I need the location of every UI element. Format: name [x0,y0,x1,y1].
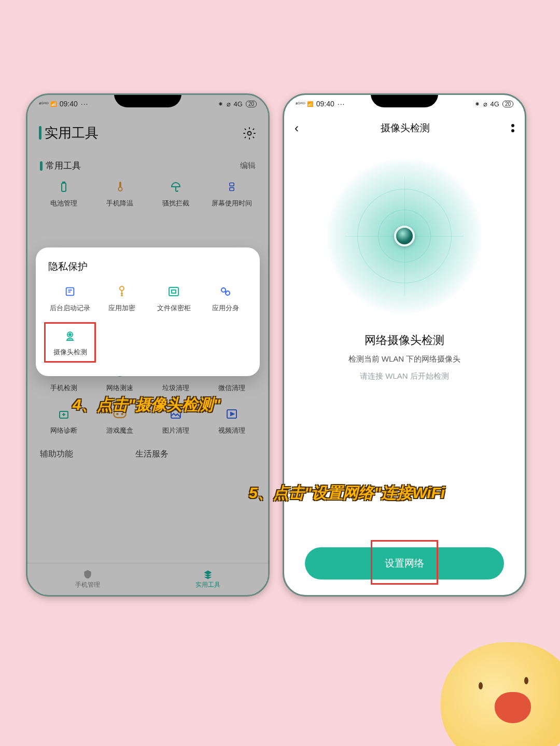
bt-icon: ⁕ [218,100,223,108]
accent-bar [39,126,41,140]
status-ellipsis [81,100,89,108]
tool-block[interactable]: 骚扰拦截 [148,179,204,208]
tab-bar: 手机管理 实用工具 [27,563,268,595]
hourglass-icon [224,179,240,195]
net-icon: 4G [491,100,499,108]
notch [371,93,438,107]
svg-rect-3 [230,183,234,186]
detect-title: 网络摄像头检测 [284,333,525,348]
key-icon [114,284,130,299]
svg-point-20 [226,291,230,295]
back-button[interactable]: ‹ [295,121,299,135]
list-icon [62,284,78,299]
right-screen: ‹ 摄像头检测 网络摄像头检测 检测当前 WLAN 下的网络摄像头 请连接 WL… [284,113,525,595]
video-icon [224,406,240,422]
signal-icon: ⁴ᴳᴴᴰ 📶 [39,101,57,107]
bt-icon: ⁕ [474,100,480,108]
phone-right: ⁴ᴳᴴᴰ 📶 09:40 ⁕ ⌀ 4G 20 ‹ 摄像头检测 [283,93,526,597]
privacy-popup: 隐私保护 后台启动记录 应用加密 文件保密柜 应用分身 摄像头检测 [36,247,260,376]
svg-rect-2 [63,182,65,183]
priv-safebox[interactable]: 文件保密柜 [148,284,200,313]
detect-tip: 请连接 WLAN 后开始检测 [284,371,525,381]
common-tools-title: 常用工具 [40,160,81,172]
detect-subtitle: 检测当前 WLAN 下的网络摄像头 [284,354,525,364]
gear-icon[interactable] [242,126,257,141]
link-icon [218,284,233,299]
priv-clone[interactable]: 应用分身 [200,284,251,313]
radar-graphic [284,158,525,314]
status-ellipsis [338,100,345,108]
signal-icon: ⁴ᴳᴴᴰ 📶 [296,101,313,107]
cartoon-sticker [441,642,560,746]
priv-encrypt[interactable]: 应用加密 [96,284,148,313]
page-title: 实用工具 [39,124,99,142]
edit-button[interactable]: 编辑 [240,161,256,171]
svg-rect-17 [169,287,178,296]
dnd-icon: ⌀ [227,100,231,108]
caption-step5: 5、点击"设置网络"连接WiFi [249,482,445,504]
aux-title: 辅助功能 [40,449,73,460]
svg-point-22 [69,334,71,336]
tool-battery[interactable]: 电池管理 [36,179,92,208]
battery-icon: 20 [246,101,257,107]
tab-tools[interactable]: 实用工具 [148,563,268,595]
status-time: 09:40 [316,100,334,108]
battery-icon: 20 [502,101,513,107]
camera-icon [62,328,78,343]
lens-icon [394,226,415,246]
battery-icon [56,179,72,195]
more-button[interactable] [511,124,514,132]
svg-point-0 [248,131,251,135]
priv-camera-detect[interactable]: 摄像头检测 [44,322,96,363]
caption-step4: 4、点击"摄像头检测" [73,394,220,416]
status-time: 09:40 [60,100,78,108]
svg-point-19 [221,288,226,292]
tab-phone-manage[interactable]: 手机管理 [27,563,148,595]
net-icon: 4G [234,100,243,108]
tool-cooldown[interactable]: 手机降温 [92,179,148,208]
folder-icon [166,284,181,299]
tool-screentime[interactable]: 屏幕使用时间 [204,179,260,208]
setup-network-button[interactable]: 设置网络 [305,547,504,579]
dnd-icon: ⌀ [483,100,487,108]
svg-rect-4 [230,188,234,191]
life-title: 生活服务 [135,449,169,460]
nav-title: 摄像头检测 [381,121,430,135]
thermometer-icon [112,179,128,195]
svg-rect-18 [172,290,176,293]
popup-title: 隐私保护 [44,260,251,273]
phone-left: ⁴ᴳᴴᴰ 📶 09:40 ⁕ ⌀ 4G 20 实用工具 [26,93,270,597]
umbrella-icon [168,179,184,195]
notch [114,93,181,107]
svg-point-16 [120,286,124,291]
priv-bg-record[interactable]: 后台启动记录 [44,284,96,313]
svg-rect-1 [62,183,66,191]
medkit-icon [56,406,72,422]
